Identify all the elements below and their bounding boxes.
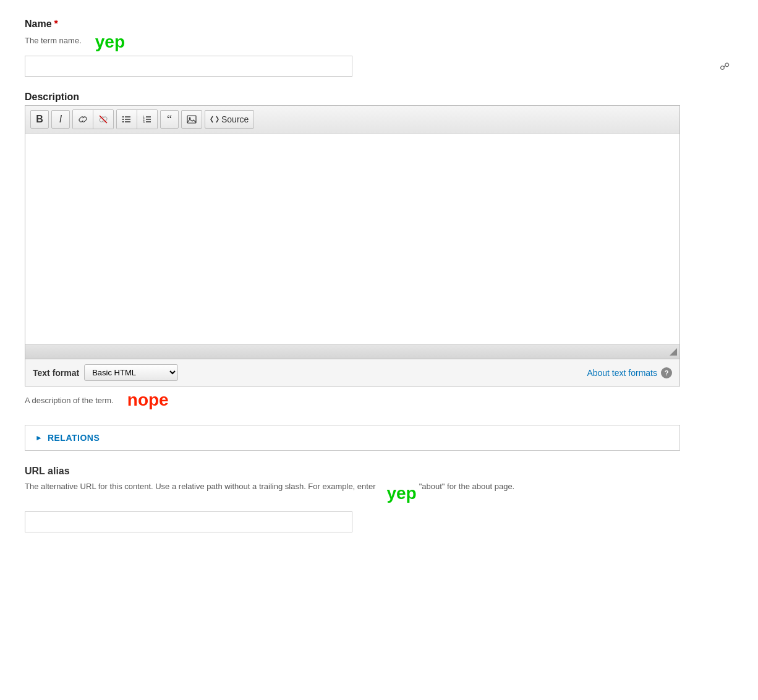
- name-input-icon: ☍: [720, 61, 730, 72]
- url-alias-description: The alternative URL for this content. Us…: [25, 480, 680, 506]
- text-format-select[interactable]: Basic HTML Restricted HTML Full HTML Pla…: [84, 364, 178, 381]
- url-alias-desc-part2: "about" for the about page.: [419, 480, 515, 493]
- italic-button[interactable]: I: [51, 110, 70, 129]
- required-marker: *: [54, 19, 58, 29]
- source-button-label: Source: [221, 114, 249, 124]
- numbered-list-button[interactable]: 1. 2. 3.: [137, 110, 157, 129]
- about-text-formats-text: About text formats: [587, 368, 657, 378]
- editor-container: B I: [25, 105, 680, 359]
- name-description: The term name.: [25, 36, 82, 45]
- relations-header[interactable]: ► RELATIONS: [25, 425, 679, 450]
- url-alias-desc-part1: The alternative URL for this content. Us…: [25, 480, 375, 493]
- link-icon: [78, 114, 88, 124]
- name-label: Name*: [25, 19, 733, 30]
- relations-title: RELATIONS: [48, 433, 100, 443]
- link-button[interactable]: [73, 110, 93, 129]
- text-format-left: Text format Basic HTML Restricted HTML F…: [33, 364, 178, 381]
- list-group: 1. 2. 3.: [116, 109, 158, 129]
- nope-annotation: nope: [127, 390, 169, 410]
- about-formats-container: About text formats ?: [587, 367, 672, 378]
- name-input[interactable]: [25, 56, 352, 77]
- url-alias-section: URL alias The alternative URL for this c…: [25, 466, 733, 532]
- unlink-button[interactable]: [93, 110, 113, 129]
- source-icon: [210, 115, 219, 124]
- name-input-wrapper: ☍: [25, 56, 733, 77]
- svg-point-14: [189, 117, 191, 119]
- svg-rect-5: [122, 121, 124, 122]
- blockquote-button[interactable]: “: [160, 110, 179, 129]
- svg-text:3.: 3.: [143, 120, 145, 124]
- svg-rect-3: [122, 119, 124, 120]
- source-button[interactable]: Source: [205, 110, 254, 129]
- text-format-label: Text format: [33, 368, 79, 378]
- resize-handle[interactable]: [670, 348, 677, 356]
- unlink-icon: [98, 114, 108, 124]
- bold-button[interactable]: B: [30, 110, 49, 129]
- svg-rect-13: [187, 116, 196, 123]
- description-label: Description: [25, 92, 733, 103]
- editor-body[interactable]: [25, 134, 679, 344]
- bullet-list-icon: [122, 114, 132, 124]
- svg-rect-1: [122, 116, 124, 117]
- image-button[interactable]: [181, 110, 202, 129]
- relations-arrow-icon: ►: [35, 433, 43, 442]
- numbered-list-icon: 1. 2. 3.: [142, 114, 152, 124]
- name-field-section: Name* The term name. yep ☍: [25, 19, 733, 77]
- editor-toolbar: B I: [25, 106, 679, 134]
- url-alias-input[interactable]: [25, 511, 352, 532]
- about-text-formats-link[interactable]: About text formats: [587, 368, 657, 378]
- image-icon: [187, 114, 197, 124]
- description-hint-row: A description of the term. nope: [25, 390, 733, 410]
- link-group: [72, 109, 114, 129]
- help-icon[interactable]: ?: [661, 367, 672, 378]
- relations-section: ► RELATIONS: [25, 425, 680, 451]
- bullet-list-button[interactable]: [117, 110, 137, 129]
- url-alias-label: URL alias: [25, 466, 733, 477]
- description-field-section: Description B I: [25, 92, 733, 410]
- editor-statusbar: [25, 344, 679, 359]
- text-format-row: Text format Basic HTML Restricted HTML F…: [25, 359, 680, 386]
- name-label-text: Name: [25, 19, 52, 29]
- url-alias-yep-annotation: yep: [386, 480, 416, 506]
- name-yep-annotation: yep: [95, 32, 125, 52]
- description-hint-text: A description of the term.: [25, 396, 114, 405]
